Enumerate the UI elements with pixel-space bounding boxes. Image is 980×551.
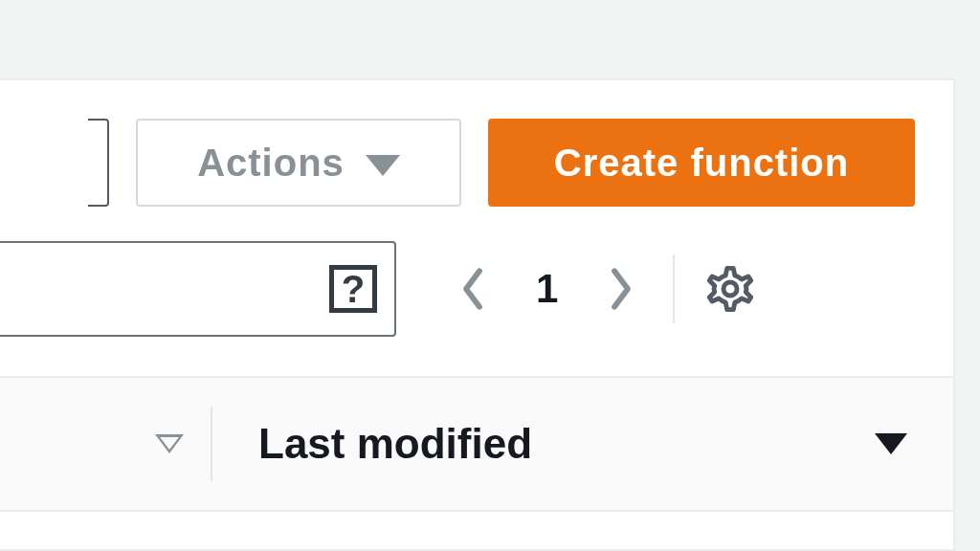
chevron-right-icon bbox=[608, 266, 635, 312]
actions-dropdown-button[interactable]: Actions bbox=[136, 119, 461, 207]
prev-page-button[interactable] bbox=[454, 270, 492, 308]
create-function-label: Create function bbox=[554, 142, 849, 185]
svg-point-0 bbox=[724, 282, 737, 296]
pagination: 1 bbox=[454, 266, 640, 312]
toolbar: Actions Create function bbox=[0, 80, 953, 239]
vertical-divider bbox=[673, 254, 675, 323]
caret-down-icon bbox=[366, 155, 400, 176]
table-header-row: Last modified bbox=[0, 376, 953, 512]
filter-row: ? 1 bbox=[0, 237, 915, 341]
sort-caret-outline-icon bbox=[155, 434, 184, 453]
previous-column-sort[interactable] bbox=[0, 378, 211, 510]
sort-caret-solid-icon bbox=[875, 433, 907, 454]
next-page-button[interactable] bbox=[602, 270, 640, 308]
help-icon[interactable]: ? bbox=[329, 265, 377, 313]
column-header-last-modified[interactable]: Last modified bbox=[212, 378, 953, 510]
toolbar-button-clipped[interactable] bbox=[88, 119, 109, 207]
column-label-last-modified: Last modified bbox=[258, 420, 532, 468]
gear-icon bbox=[705, 264, 755, 314]
chevron-left-icon bbox=[459, 266, 486, 312]
create-function-button[interactable]: Create function bbox=[488, 119, 915, 207]
functions-panel: Actions Create function ? 1 bbox=[0, 78, 955, 551]
actions-label: Actions bbox=[197, 142, 345, 185]
settings-button[interactable] bbox=[703, 262, 757, 316]
search-input[interactable]: ? bbox=[0, 241, 396, 337]
current-page-number: 1 bbox=[536, 266, 558, 312]
page-background: Actions Create function ? 1 bbox=[0, 0, 980, 551]
